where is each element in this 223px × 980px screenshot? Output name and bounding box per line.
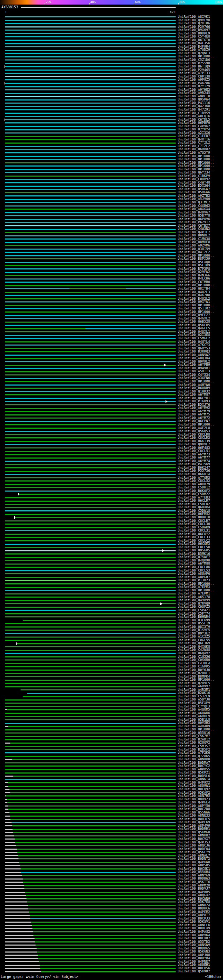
hit-bar-segment[interactable] xyxy=(5,235,176,236)
hit-bar-segment[interactable] xyxy=(5,30,176,30)
hit-bar-segment[interactable] xyxy=(23,881,176,883)
hit-bar-segment[interactable] xyxy=(5,278,176,280)
hit-bar-segment[interactable] xyxy=(5,255,176,256)
hit-bar-segment[interactable] xyxy=(5,627,176,627)
hit-bar-segment[interactable] xyxy=(5,838,14,840)
hit-bar-segment[interactable] xyxy=(5,968,40,969)
hit-bar-segment[interactable] xyxy=(5,616,176,617)
hit-bar-segment[interactable] xyxy=(31,921,176,923)
hit-bar-segment[interactable] xyxy=(40,968,176,969)
hit-bar-segment[interactable] xyxy=(5,315,176,316)
hit-bar-segment[interactable] xyxy=(5,633,176,634)
hit-bar-segment[interactable] xyxy=(5,527,176,528)
hit-bar-segment[interactable] xyxy=(32,928,176,929)
hit-bar-segment[interactable] xyxy=(5,676,176,677)
hit-bar-segment[interactable] xyxy=(5,404,176,405)
hit-bar-segment[interactable] xyxy=(69,288,126,289)
hit-bar-segment[interactable] xyxy=(5,935,34,936)
hit-bar-segment[interactable] xyxy=(16,845,176,846)
hit-bar-segment[interactable] xyxy=(5,331,176,332)
hit-bar-segment[interactable] xyxy=(5,610,176,611)
hit-bar-segment[interactable] xyxy=(5,487,176,488)
hit-bar-segment[interactable] xyxy=(5,421,176,422)
hit-bar-segment[interactable] xyxy=(5,931,33,932)
hit-bar-segment[interactable] xyxy=(5,225,176,226)
hit-bar-segment[interactable] xyxy=(5,895,26,896)
hit-bar-segment[interactable] xyxy=(5,805,8,807)
hit-bar-segment[interactable] xyxy=(15,842,176,843)
hit-bar-segment[interactable] xyxy=(5,908,28,909)
hit-bar-segment[interactable] xyxy=(18,852,176,853)
hit-bar-segment[interactable] xyxy=(5,89,176,91)
hit-bar-segment[interactable] xyxy=(5,365,176,366)
hit-bar-segment[interactable] xyxy=(5,438,176,438)
hit-bar-segment[interactable] xyxy=(40,965,176,966)
hit-bar-segment[interactable] xyxy=(5,86,176,87)
hit-bar-segment[interactable] xyxy=(5,394,176,395)
hit-bar-segment[interactable] xyxy=(5,852,18,853)
hit-bar-segment[interactable] xyxy=(5,202,176,203)
hit-bar-segment[interactable] xyxy=(5,901,27,902)
hit-bar-segment[interactable] xyxy=(5,905,28,906)
hit-bar-segment[interactable] xyxy=(24,885,176,886)
hit-bar-segment[interactable] xyxy=(5,93,176,94)
hit-bar-segment[interactable] xyxy=(8,782,176,783)
hit-bar-segment[interactable] xyxy=(8,786,176,787)
hit-bar-segment[interactable] xyxy=(5,424,176,425)
hit-bar-segment[interactable] xyxy=(5,663,176,664)
hit-bar-segment[interactable] xyxy=(5,417,176,418)
hit-bar-segment[interactable] xyxy=(5,258,176,259)
hit-bar-segment[interactable] xyxy=(5,441,176,442)
hit-bar-segment[interactable] xyxy=(5,656,176,657)
hit-bar-segment[interactable] xyxy=(5,139,176,140)
hit-bar-segment[interactable] xyxy=(5,557,176,558)
hit-bar-segment[interactable] xyxy=(5,23,176,24)
hit-bar-segment[interactable] xyxy=(5,239,176,240)
hit-bar-segment[interactable] xyxy=(5,965,40,966)
hit-bar-segment[interactable] xyxy=(5,719,176,720)
hit-bar-segment[interactable] xyxy=(5,136,176,137)
hit-bar-segment[interactable] xyxy=(5,756,176,757)
hit-bar-segment[interactable] xyxy=(5,769,176,770)
hit-bar-segment[interactable] xyxy=(21,689,176,690)
hit-bar-segment[interactable] xyxy=(7,709,176,710)
hit-bar-segment[interactable] xyxy=(5,143,176,143)
hit-bar-segment[interactable] xyxy=(5,736,176,737)
hit-bar-segment[interactable] xyxy=(5,63,176,64)
hit-bar-segment[interactable] xyxy=(5,825,12,826)
hit-bar-segment[interactable] xyxy=(5,212,176,213)
alignment-row[interactable]: UniRef100_Q5K9R2 xyxy=(0,970,223,974)
hit-bar-segment[interactable] xyxy=(26,898,176,899)
hit-bar-segment[interactable] xyxy=(5,186,176,187)
hit-bar-segment[interactable] xyxy=(28,905,176,906)
hit-bar-segment[interactable] xyxy=(5,762,176,764)
hit-bar-segment[interactable] xyxy=(5,779,176,780)
hit-bar-segment[interactable] xyxy=(5,865,20,866)
hit-bar-segment[interactable] xyxy=(27,901,176,902)
hit-bar-segment[interactable] xyxy=(34,935,176,936)
hit-bar-segment[interactable] xyxy=(39,961,176,962)
hit-bar-segment[interactable] xyxy=(5,126,176,127)
hit-bar-segment[interactable] xyxy=(5,872,21,873)
hit-bar-segment[interactable] xyxy=(5,530,176,531)
hit-bar-segment[interactable] xyxy=(5,816,10,817)
hit-bar-segment[interactable] xyxy=(5,961,39,962)
hit-bar-segment[interactable] xyxy=(5,613,176,614)
hit-bar-segment[interactable] xyxy=(5,580,176,581)
hit-bar-segment[interactable] xyxy=(5,285,176,286)
hit-bar-segment[interactable] xyxy=(5,295,176,296)
hit-bar-segment[interactable] xyxy=(5,169,176,170)
hit-bar-segment[interactable] xyxy=(25,892,176,893)
hit-bar-segment[interactable] xyxy=(30,918,176,919)
hit-bar-segment[interactable] xyxy=(5,36,176,37)
hit-bar-segment[interactable] xyxy=(5,471,176,472)
hit-bar-segment[interactable] xyxy=(5,670,176,671)
hit-bar-segment[interactable] xyxy=(39,958,176,959)
hit-bar-segment[interactable] xyxy=(5,434,176,435)
hit-bar-segment[interactable] xyxy=(37,948,176,949)
hit-bar-segment[interactable] xyxy=(5,179,176,180)
hit-bar-segment[interactable] xyxy=(5,951,37,953)
hit-bar-segment[interactable] xyxy=(5,776,13,776)
hit-bar-segment[interactable] xyxy=(5,175,176,177)
hit-bar-segment[interactable] xyxy=(5,288,69,289)
